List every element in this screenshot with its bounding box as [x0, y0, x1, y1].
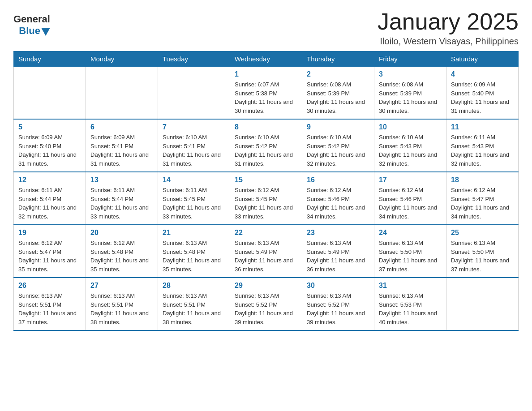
day-number: 13	[90, 176, 153, 184]
day-info: Sunrise: 6:13 AMSunset: 5:50 PMDaylight:…	[379, 239, 442, 274]
day-number: 22	[235, 229, 297, 237]
calendar-week-row: 5Sunrise: 6:09 AMSunset: 5:40 PMDaylight…	[14, 119, 519, 172]
table-row: 12Sunrise: 6:11 AMSunset: 5:44 PMDayligh…	[14, 172, 86, 225]
day-info: Sunrise: 6:09 AMSunset: 5:40 PMDaylight:…	[18, 133, 81, 168]
day-info: Sunrise: 6:07 AMSunset: 5:38 PMDaylight:…	[235, 80, 297, 115]
table-row	[158, 67, 230, 120]
day-info: Sunrise: 6:10 AMSunset: 5:42 PMDaylight:…	[235, 133, 297, 168]
day-info: Sunrise: 6:10 AMSunset: 5:43 PMDaylight:…	[379, 133, 442, 168]
day-number: 11	[451, 123, 514, 131]
table-row: 9Sunrise: 6:10 AMSunset: 5:42 PMDaylight…	[302, 119, 374, 172]
page-header: General Blue January 2025 Iloilo, Wester…	[13, 9, 519, 47]
day-number: 3	[379, 70, 442, 78]
day-number: 12	[18, 176, 81, 184]
day-info: Sunrise: 6:09 AMSunset: 5:40 PMDaylight:…	[451, 80, 514, 115]
weekday-header-row: Sunday Monday Tuesday Wednesday Thursday…	[14, 51, 519, 67]
header-thursday: Thursday	[302, 51, 374, 67]
day-info: Sunrise: 6:08 AMSunset: 5:39 PMDaylight:…	[379, 80, 442, 115]
day-info: Sunrise: 6:12 AMSunset: 5:46 PMDaylight:…	[379, 186, 442, 221]
day-number: 1	[235, 70, 297, 78]
day-info: Sunrise: 6:13 AMSunset: 5:52 PMDaylight:…	[307, 291, 369, 326]
table-row: 19Sunrise: 6:12 AMSunset: 5:47 PMDayligh…	[14, 225, 86, 278]
table-row: 13Sunrise: 6:11 AMSunset: 5:44 PMDayligh…	[86, 172, 158, 225]
logo-triangle-icon	[41, 28, 50, 36]
day-info: Sunrise: 6:08 AMSunset: 5:39 PMDaylight:…	[307, 80, 369, 115]
day-info: Sunrise: 6:11 AMSunset: 5:44 PMDaylight:…	[90, 186, 153, 221]
day-info: Sunrise: 6:11 AMSunset: 5:44 PMDaylight:…	[18, 186, 81, 221]
table-row	[446, 278, 519, 330]
day-number: 20	[90, 229, 153, 237]
table-row: 27Sunrise: 6:13 AMSunset: 5:51 PMDayligh…	[86, 278, 158, 330]
day-number: 26	[18, 282, 81, 290]
table-row: 11Sunrise: 6:11 AMSunset: 5:43 PMDayligh…	[446, 119, 519, 172]
table-row: 23Sunrise: 6:13 AMSunset: 5:49 PMDayligh…	[302, 225, 374, 278]
calendar-week-row: 19Sunrise: 6:12 AMSunset: 5:47 PMDayligh…	[14, 225, 519, 278]
header-wednesday: Wednesday	[230, 51, 302, 67]
day-number: 4	[451, 70, 514, 78]
calendar-week-row: 12Sunrise: 6:11 AMSunset: 5:44 PMDayligh…	[14, 172, 519, 225]
table-row: 7Sunrise: 6:10 AMSunset: 5:41 PMDaylight…	[158, 119, 230, 172]
day-info: Sunrise: 6:12 AMSunset: 5:46 PMDaylight:…	[307, 186, 369, 221]
day-number: 8	[235, 123, 297, 131]
table-row	[14, 67, 86, 120]
day-number: 10	[379, 123, 442, 131]
day-number: 7	[163, 123, 225, 131]
day-number: 27	[90, 282, 153, 290]
day-number: 31	[379, 282, 442, 290]
day-number: 5	[18, 123, 81, 131]
day-info: Sunrise: 6:12 AMSunset: 5:48 PMDaylight:…	[90, 239, 153, 274]
day-info: Sunrise: 6:13 AMSunset: 5:49 PMDaylight:…	[235, 239, 297, 274]
day-number: 25	[451, 229, 514, 237]
table-row: 10Sunrise: 6:10 AMSunset: 5:43 PMDayligh…	[374, 119, 446, 172]
day-number: 15	[235, 176, 297, 184]
table-row: 5Sunrise: 6:09 AMSunset: 5:40 PMDaylight…	[14, 119, 86, 172]
header-sunday: Sunday	[14, 51, 86, 67]
table-row: 15Sunrise: 6:12 AMSunset: 5:45 PMDayligh…	[230, 172, 302, 225]
day-info: Sunrise: 6:13 AMSunset: 5:51 PMDaylight:…	[90, 291, 153, 326]
logo-blue-text: Blue	[19, 25, 40, 37]
day-number: 24	[379, 229, 442, 237]
day-number: 9	[307, 123, 369, 131]
table-row: 24Sunrise: 6:13 AMSunset: 5:50 PMDayligh…	[374, 225, 446, 278]
day-number: 23	[307, 229, 369, 237]
day-number: 17	[379, 176, 442, 184]
table-row: 26Sunrise: 6:13 AMSunset: 5:51 PMDayligh…	[14, 278, 86, 330]
day-info: Sunrise: 6:13 AMSunset: 5:51 PMDaylight:…	[18, 291, 81, 326]
day-info: Sunrise: 6:13 AMSunset: 5:52 PMDaylight:…	[235, 291, 297, 326]
day-number: 14	[163, 176, 225, 184]
day-info: Sunrise: 6:11 AMSunset: 5:43 PMDaylight:…	[451, 133, 514, 168]
day-number: 29	[235, 282, 297, 290]
day-info: Sunrise: 6:13 AMSunset: 5:51 PMDaylight:…	[163, 291, 225, 326]
table-row: 16Sunrise: 6:12 AMSunset: 5:46 PMDayligh…	[302, 172, 374, 225]
table-row: 29Sunrise: 6:13 AMSunset: 5:52 PMDayligh…	[230, 278, 302, 330]
header-saturday: Saturday	[446, 51, 519, 67]
table-row: 21Sunrise: 6:13 AMSunset: 5:48 PMDayligh…	[158, 225, 230, 278]
table-row: 6Sunrise: 6:09 AMSunset: 5:41 PMDaylight…	[86, 119, 158, 172]
table-row: 4Sunrise: 6:09 AMSunset: 5:40 PMDaylight…	[446, 67, 519, 120]
day-info: Sunrise: 6:13 AMSunset: 5:49 PMDaylight:…	[307, 239, 369, 274]
logo-general-text: General	[13, 13, 50, 25]
table-row: 17Sunrise: 6:12 AMSunset: 5:46 PMDayligh…	[374, 172, 446, 225]
day-number: 30	[307, 282, 369, 290]
header-friday: Friday	[374, 51, 446, 67]
day-info: Sunrise: 6:13 AMSunset: 5:50 PMDaylight:…	[451, 239, 514, 274]
month-title: January 2025	[378, 9, 519, 34]
day-info: Sunrise: 6:13 AMSunset: 5:48 PMDaylight:…	[163, 239, 225, 274]
calendar-week-row: 1Sunrise: 6:07 AMSunset: 5:38 PMDaylight…	[14, 67, 519, 120]
header-tuesday: Tuesday	[158, 51, 230, 67]
day-number: 19	[18, 229, 81, 237]
table-row: 18Sunrise: 6:12 AMSunset: 5:47 PMDayligh…	[446, 172, 519, 225]
table-row: 8Sunrise: 6:10 AMSunset: 5:42 PMDaylight…	[230, 119, 302, 172]
table-row: 22Sunrise: 6:13 AMSunset: 5:49 PMDayligh…	[230, 225, 302, 278]
day-number: 21	[163, 229, 225, 237]
day-number: 6	[90, 123, 153, 131]
day-info: Sunrise: 6:12 AMSunset: 5:47 PMDaylight:…	[451, 186, 514, 221]
table-row: 1Sunrise: 6:07 AMSunset: 5:38 PMDaylight…	[230, 67, 302, 120]
day-number: 16	[307, 176, 369, 184]
day-number: 2	[307, 70, 369, 78]
table-row: 31Sunrise: 6:13 AMSunset: 5:53 PMDayligh…	[374, 278, 446, 330]
title-section: January 2025 Iloilo, Western Visayas, Ph…	[378, 9, 519, 47]
table-row: 25Sunrise: 6:13 AMSunset: 5:50 PMDayligh…	[446, 225, 519, 278]
day-info: Sunrise: 6:12 AMSunset: 5:47 PMDaylight:…	[18, 239, 81, 274]
location-text: Iloilo, Western Visayas, Philippines	[378, 36, 519, 47]
